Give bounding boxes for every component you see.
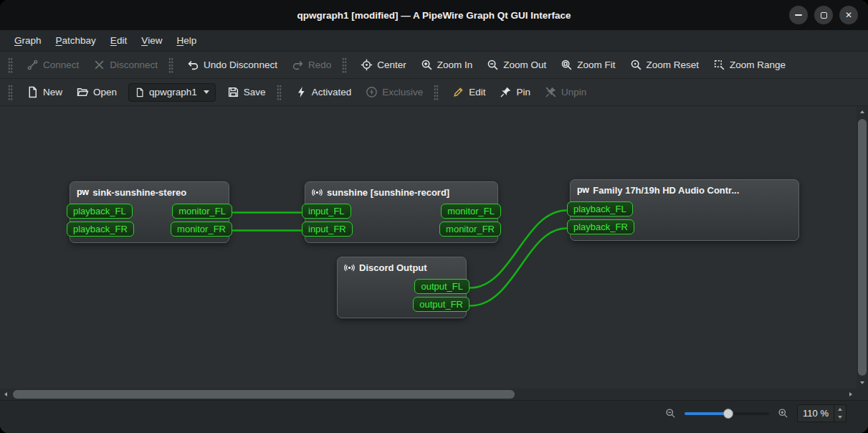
close-button[interactable]: ✕ (839, 6, 858, 24)
minimize-icon (795, 14, 802, 16)
zoom-out-icon[interactable] (665, 408, 676, 419)
activated-button[interactable]: Activated (288, 82, 359, 103)
exclusive-button[interactable]: Exclusive (358, 82, 430, 103)
zoom-spinbox[interactable]: 110 % (797, 404, 846, 422)
zoom-slider[interactable] (685, 409, 769, 419)
horizontal-scroll-thumb[interactable] (13, 390, 515, 399)
toolbar-patchbay: New Open qpwgraph1 Save Activated Exclus… (0, 79, 868, 106)
zoom-reset-button[interactable]: Zoom Reset (623, 54, 707, 76)
toolbar-grip[interactable] (277, 85, 282, 100)
button-label: Open (93, 87, 117, 97)
titlebar[interactable]: qpwgraph1 [modified] — A PipeWire Graph … (0, 0, 868, 30)
port-input-fr[interactable]: input_FR (302, 222, 353, 237)
menu-item-view[interactable]: View (134, 30, 169, 51)
maximize-icon (821, 12, 827, 19)
menu-item-patchbay[interactable]: Patchbay (49, 30, 103, 51)
zoom-range-button[interactable]: Zoom Range (706, 54, 793, 76)
slider-handle[interactable] (723, 409, 733, 419)
node-title: Family 17h/19h HD Audio Contr... (593, 185, 739, 196)
lightning-icon (295, 86, 307, 98)
menubar: Graph Patchbay Edit View Help (0, 30, 868, 52)
port-monitor-fl[interactable]: monitor_FL (172, 204, 232, 219)
scroll-right-arrow[interactable] (845, 389, 857, 400)
port-playback-fr[interactable]: playback_FR (67, 222, 134, 237)
scroll-left-arrow[interactable] (0, 389, 11, 400)
zoom-fit-button[interactable]: Zoom Fit (553, 54, 622, 76)
button-label: Redo (308, 60, 331, 70)
menu-item-edit[interactable]: Edit (103, 30, 134, 51)
close-icon: ✕ (845, 10, 852, 20)
node-sunshine-record[interactable]: sunshine [sunshine-record] input_FL inpu… (305, 181, 498, 243)
menu-label: atchbay (62, 35, 96, 46)
slider-fill (685, 412, 728, 415)
scroll-down-arrow[interactable] (857, 377, 868, 389)
edit-button[interactable]: Edit (445, 82, 492, 103)
stream-icon (312, 187, 323, 198)
unpin-icon (545, 86, 557, 98)
menu-label: elp (183, 35, 196, 46)
maximize-button[interactable] (814, 6, 833, 24)
toolbar-grip[interactable] (168, 57, 173, 73)
toolbar-grip[interactable] (8, 57, 13, 73)
menu-label: E (110, 35, 117, 46)
menu-item-graph[interactable]: Graph (7, 30, 49, 51)
port-monitor-fr[interactable]: monitor_FR (439, 222, 501, 237)
port-monitor-fr[interactable]: monitor_FR (171, 222, 232, 237)
zoom-in-button[interactable]: Zoom In (414, 54, 480, 76)
zoom-reset-icon (630, 59, 642, 71)
node-sink-sunshine-stereo[interactable]: pw sink-sunshine-stereo playback_FL play… (70, 181, 229, 243)
file-icon (135, 87, 145, 97)
port-playback-fl[interactable]: playback_FL (567, 201, 633, 217)
save-button[interactable]: Save (220, 82, 273, 103)
button-label: Edit (469, 87, 485, 97)
vertical-scrollbar[interactable] (857, 106, 868, 389)
spin-down-button[interactable] (834, 414, 846, 422)
toolbar-grip[interactable] (434, 85, 439, 100)
menu-label: iew (148, 35, 162, 46)
connection-wires (0, 106, 857, 389)
port-input-fl[interactable]: input_FL (302, 204, 351, 219)
scroll-up-arrow[interactable] (857, 106, 868, 118)
zoom-range-icon (713, 59, 725, 71)
pin-button[interactable]: Pin (492, 82, 538, 103)
menu-item-help[interactable]: Help (169, 30, 204, 51)
patchbay-file-combo[interactable]: qpwgraph1 (128, 83, 216, 102)
port-monitor-fl[interactable]: monitor_FL (441, 204, 501, 219)
zoom-value: 110 % (798, 408, 834, 419)
open-button[interactable]: Open (70, 82, 124, 103)
redo-button[interactable]: Redo (285, 54, 338, 76)
zoom-out-button[interactable]: Zoom Out (480, 54, 553, 76)
toolbar-grip[interactable] (342, 57, 347, 73)
vertical-scroll-thumb[interactable] (858, 119, 867, 376)
button-label: Pin (516, 87, 530, 97)
node-discord-output[interactable]: Discord Output output_FL output_FR (337, 257, 467, 318)
statusbar: 110 % (0, 400, 868, 433)
horizontal-scrollbar[interactable] (0, 389, 857, 400)
center-icon (361, 59, 373, 71)
port-playback-fr[interactable]: playback_FR (567, 219, 634, 234)
port-output-fl[interactable]: output_FL (414, 279, 469, 294)
button-label: New (43, 87, 62, 97)
spin-up-button[interactable] (834, 405, 846, 414)
pipewire-icon: pw (577, 185, 588, 195)
unpin-button[interactable]: Unpin (538, 82, 593, 103)
port-output-fr[interactable]: output_FR (413, 297, 469, 312)
button-label: Disconnect (110, 60, 158, 70)
undo-disconnect-button[interactable]: Undo Disconnect (180, 54, 285, 76)
button-label: Save (244, 87, 266, 97)
minimize-button[interactable] (789, 6, 808, 24)
combo-value: qpwgraph1 (149, 87, 197, 97)
graph-canvas[interactable]: pw sink-sunshine-stereo playback_FL play… (0, 106, 857, 389)
connect-button[interactable]: Connect (19, 54, 86, 76)
zoom-in-icon[interactable] (778, 408, 788, 419)
pencil-icon (452, 86, 464, 98)
zoom-out-icon (487, 59, 499, 71)
new-button[interactable]: New (19, 82, 70, 103)
node-family-hd-audio[interactable]: pw Family 17h/19h HD Audio Contr... play… (570, 179, 799, 241)
disconnect-button[interactable]: Disconnect (86, 54, 165, 76)
window-title: qpwgraph1 [modified] — A PipeWire Graph … (297, 10, 571, 21)
toolbar-grip[interactable] (8, 85, 13, 100)
center-button[interactable]: Center (353, 54, 414, 76)
menu-label: V (141, 35, 148, 46)
port-playback-fl[interactable]: playback_FL (67, 204, 133, 219)
